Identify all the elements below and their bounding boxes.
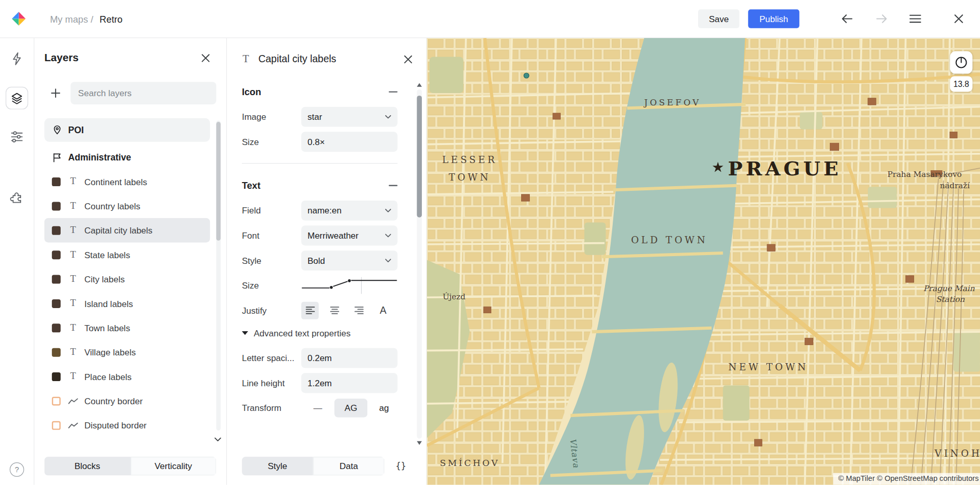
- layer-item-country-labels[interactable]: T Country labels: [44, 194, 210, 218]
- scroll-down-arrow-icon[interactable]: [417, 441, 422, 445]
- layer-item-village-labels[interactable]: T Village labels: [44, 340, 210, 364]
- compass-dial-icon: [954, 56, 968, 69]
- layer-item-island-labels[interactable]: T Island labels: [44, 291, 210, 315]
- tab-code-json[interactable]: {}: [392, 460, 410, 472]
- text-layer-icon: T: [68, 249, 78, 260]
- layer-color-swatch: [52, 324, 61, 332]
- triangle-down-icon: [242, 331, 248, 335]
- search-layers-input[interactable]: [70, 82, 216, 104]
- layer-group-administrative[interactable]: Administrative: [44, 146, 210, 169]
- layers-tool-button-active[interactable]: [6, 87, 28, 110]
- tab-style[interactable]: Style: [242, 457, 313, 475]
- properties-scrollbar-track[interactable]: [417, 89, 422, 439]
- layer-group-label: POI: [68, 125, 83, 135]
- layer-item-continent-labels[interactable]: T Continent labels: [44, 169, 210, 193]
- scroll-up-arrow-icon[interactable]: [417, 83, 422, 87]
- justify-right-button[interactable]: [350, 302, 367, 319]
- menu-button[interactable]: [907, 12, 924, 26]
- map-label-lesser-town: TOWN: [449, 172, 491, 183]
- layer-item-disputed-border[interactable]: Disputed border: [44, 413, 210, 437]
- layers-scrollbar-thumb[interactable]: [216, 122, 221, 241]
- layer-item-state-labels[interactable]: T State labels: [44, 242, 210, 266]
- lightning-bolt-icon: [11, 52, 23, 66]
- layer-item-country-border[interactable]: Country border: [44, 389, 210, 413]
- line-height-input[interactable]: [308, 378, 391, 388]
- layer-color-swatch: [52, 348, 61, 356]
- map-render[interactable]: JOSEFOV LESSER TOWN PRAGUE Praha Masaryk…: [427, 38, 980, 485]
- font-label: Font: [242, 230, 301, 240]
- help-button[interactable]: ?: [10, 462, 24, 477]
- map-canvas[interactable]: JOSEFOV LESSER TOWN PRAGUE Praha Masaryk…: [427, 38, 980, 485]
- undo-back-arrow-button[interactable]: [838, 11, 856, 26]
- add-layer-button[interactable]: [44, 82, 67, 104]
- zoom-level-badge: 13.8: [950, 76, 973, 92]
- size-zoom-curve-widget[interactable]: [301, 276, 398, 296]
- text-field-select[interactable]: name:en: [301, 201, 398, 221]
- layer-color-swatch: [52, 275, 61, 283]
- text-transform-button-group: — AG ag: [301, 399, 401, 417]
- layer-item-label: City labels: [84, 274, 124, 284]
- letter-spacing-input-wrap[interactable]: [301, 348, 398, 368]
- justify-left-button[interactable]: [301, 302, 319, 319]
- text-layer-icon: T: [68, 322, 78, 333]
- breadcrumb[interactable]: My maps / Retro: [50, 13, 122, 24]
- font-style-label: Style: [242, 256, 301, 265]
- left-icon-rail: ?: [0, 38, 34, 485]
- align-left-icon: [305, 306, 314, 315]
- text-section-heading: Text: [242, 180, 260, 191]
- font-select[interactable]: Merriweather: [301, 226, 398, 246]
- save-button[interactable]: Save: [698, 9, 739, 28]
- sliders-icon: [11, 131, 23, 143]
- line-layer-icon: [68, 397, 78, 405]
- justify-center-button[interactable]: [326, 302, 343, 319]
- map-label-vinohrady: VINOHRADY: [934, 448, 980, 459]
- layer-item-label: State labels: [84, 249, 130, 259]
- layer-item-place-labels[interactable]: T Place labels: [44, 364, 210, 388]
- adjustments-button[interactable]: [8, 128, 26, 146]
- line-height-input-wrap[interactable]: [301, 373, 398, 393]
- transform-none-button[interactable]: —: [301, 399, 334, 417]
- layer-item-label: Country border: [84, 396, 142, 406]
- text-layer-icon: T: [68, 371, 78, 382]
- advanced-text-properties-toggle[interactable]: Advanced text properties: [242, 328, 350, 338]
- quick-actions-button[interactable]: [8, 49, 26, 68]
- properties-scrollbar[interactable]: [416, 83, 422, 445]
- publish-button[interactable]: Publish: [748, 9, 799, 28]
- tab-verticality[interactable]: Verticality: [130, 457, 216, 475]
- tab-blocks[interactable]: Blocks: [44, 457, 130, 475]
- top-bar: My maps / Retro Save Publish: [0, 0, 980, 38]
- properties-panel-close-button[interactable]: [401, 52, 415, 66]
- layer-group-poi[interactable]: POI: [44, 118, 210, 142]
- text-layer-icon: T: [68, 274, 78, 284]
- close-editor-button[interactable]: [951, 11, 966, 26]
- chevron-down-icon: [385, 259, 391, 262]
- scroll-more-chevron-icon[interactable]: [215, 433, 221, 444]
- line-layer-icon: [68, 421, 78, 429]
- breadcrumb-prefix[interactable]: My maps: [50, 13, 88, 24]
- layer-item-city-labels[interactable]: T City labels: [44, 267, 210, 291]
- layers-panel-close-button[interactable]: [199, 51, 212, 65]
- transform-uppercase-button[interactable]: AG: [334, 399, 367, 417]
- map-label-josefov: JOSEFOV: [643, 98, 701, 107]
- redo-forward-arrow-button[interactable]: [873, 11, 890, 26]
- font-style-select[interactable]: Bold: [301, 250, 398, 271]
- tab-data[interactable]: Data: [313, 457, 384, 475]
- collapse-icon-section-button[interactable]: [389, 91, 398, 92]
- map-bearing-control-button[interactable]: [950, 51, 973, 74]
- plugins-button[interactable]: [8, 188, 26, 207]
- layer-item-town-labels[interactable]: T Town labels: [44, 316, 210, 340]
- icon-size-input[interactable]: [308, 137, 391, 147]
- map-label-smichov: SMÍCHOV: [440, 458, 500, 468]
- text-anchor-letter-button[interactable]: A: [375, 302, 392, 319]
- letter-spacing-input[interactable]: [308, 353, 391, 363]
- transform-lowercase-button[interactable]: ag: [367, 399, 400, 417]
- text-layer-icon: T: [68, 347, 78, 357]
- breadcrumb-current: Retro: [100, 13, 123, 24]
- layers-icon: [11, 92, 23, 105]
- icon-size-input-wrap[interactable]: [301, 132, 398, 152]
- map-label-old-town: OLD TOWN: [631, 235, 708, 245]
- properties-scrollbar-thumb[interactable]: [417, 96, 422, 218]
- collapse-text-section-button[interactable]: [389, 185, 398, 186]
- layer-item-capital-city-labels-selected[interactable]: T Capital city labels: [44, 218, 210, 242]
- icon-image-select[interactable]: star: [301, 107, 398, 127]
